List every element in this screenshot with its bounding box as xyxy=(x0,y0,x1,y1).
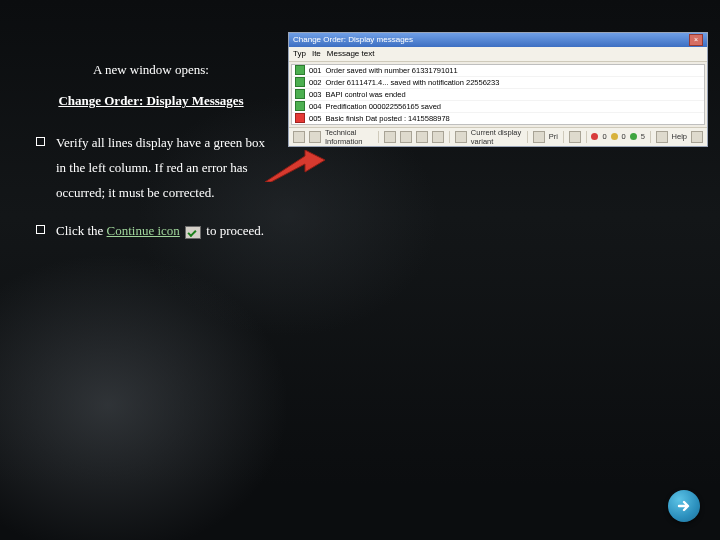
arrow-right-icon xyxy=(676,498,692,514)
col-msg: Message text xyxy=(327,49,375,59)
checklist-text: Verify all lines display have a green bo… xyxy=(56,135,265,199)
row-id: 005 xyxy=(309,114,322,123)
prev-icon[interactable] xyxy=(400,131,412,143)
table-row: 001 Order saved with number 61331791011 xyxy=(292,65,704,77)
status-icon xyxy=(295,65,305,75)
app-window: Change Order: Display messages × Typ Ite… xyxy=(288,32,708,147)
error-count: 0 xyxy=(602,132,606,141)
toolbar: Technical Information Current display va… xyxy=(289,127,707,146)
table-header: Typ Ite Message text xyxy=(289,47,707,62)
instruction-column: A new window opens: Change Order: Displa… xyxy=(26,58,276,258)
table-row: 002 Order 6111471.4... saved with notifi… xyxy=(292,77,704,89)
ok-count: 5 xyxy=(641,132,645,141)
row-text: BAPI control was ended xyxy=(326,90,406,99)
status-icon xyxy=(295,101,305,111)
help-icon[interactable] xyxy=(656,131,668,143)
table-row: 004 Predification 000022556165 saved xyxy=(292,101,704,113)
status-icon xyxy=(295,89,305,99)
row-id: 002 xyxy=(309,78,322,87)
print-icon[interactable] xyxy=(533,131,545,143)
table-row: 003 BAPI control was ended xyxy=(292,89,704,101)
expand-icon[interactable] xyxy=(293,131,305,143)
col-ite: Ite xyxy=(312,49,321,59)
row-id: 001 xyxy=(309,66,322,75)
next-icon[interactable] xyxy=(416,131,428,143)
variant-label: Current display variant xyxy=(471,128,522,146)
row-text: Order 6111471.4... saved with notificati… xyxy=(326,78,500,87)
download-icon[interactable] xyxy=(569,131,581,143)
tech-info-label: Technical Information xyxy=(325,128,373,146)
first-icon[interactable] xyxy=(384,131,396,143)
info-icon[interactable] xyxy=(309,131,321,143)
checklist-item: Click the Continue icon to proceed. xyxy=(36,219,276,244)
status-icon xyxy=(295,113,305,123)
ok-dot-icon xyxy=(630,133,637,140)
continue-icon xyxy=(185,226,201,239)
slide-title: Change Order: Display Messages xyxy=(26,89,276,114)
message-table: 001 Order saved with number 61331791011 … xyxy=(291,64,705,125)
checklist-item: Verify all lines display have a green bo… xyxy=(36,131,276,205)
help-label: Help xyxy=(672,132,687,141)
last-icon[interactable] xyxy=(432,131,444,143)
continue-check-icon[interactable] xyxy=(691,131,703,143)
checklist: Verify all lines display have a green bo… xyxy=(26,131,276,244)
window-titlebar: Change Order: Display messages × xyxy=(289,33,707,47)
checklist-text-suffix: to proceed. xyxy=(206,223,264,238)
row-id: 004 xyxy=(309,102,322,111)
slide: A new window opens: Change Order: Displa… xyxy=(0,0,720,540)
close-icon[interactable]: × xyxy=(689,34,703,46)
continue-link: Continue icon xyxy=(107,223,180,238)
col-typ: Typ xyxy=(293,49,306,59)
warn-dot-icon xyxy=(611,133,618,140)
table-row: 005 Basic finish Dat posted : 1415588978 xyxy=(292,113,704,124)
variant-icon[interactable] xyxy=(455,131,467,143)
svg-marker-0 xyxy=(265,150,325,182)
row-text: Predification 000022556165 saved xyxy=(326,102,442,111)
error-dot-icon xyxy=(591,133,598,140)
print-label: Pri xyxy=(549,132,558,141)
row-id: 003 xyxy=(309,90,322,99)
status-icon xyxy=(295,77,305,87)
warn-count: 0 xyxy=(622,132,626,141)
next-button[interactable] xyxy=(668,490,700,522)
checklist-text-prefix: Click the xyxy=(56,223,107,238)
intro-text: A new window opens: xyxy=(26,58,276,83)
row-text: Order saved with number 61331791011 xyxy=(326,66,458,75)
row-text: Basic finish Dat posted : 1415588978 xyxy=(326,114,450,123)
window-title: Change Order: Display messages xyxy=(293,35,413,45)
